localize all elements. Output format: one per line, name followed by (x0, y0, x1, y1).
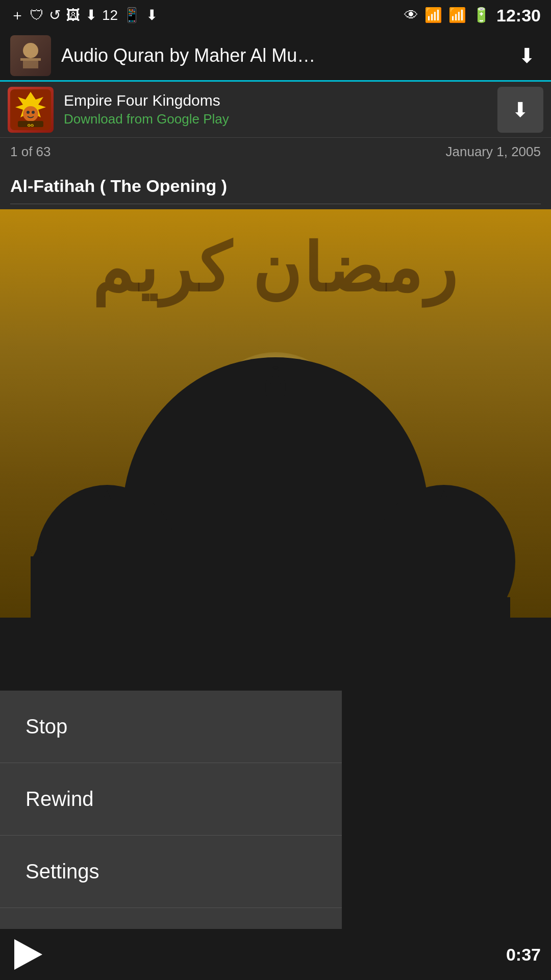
status-left-icons: ＋ 🛡 ↺ 🖼 ⬇ 12 📱 ⬇ (10, 8, 158, 22)
app-header: Audio Quran by Maher Al Mu… ⬇ (0, 31, 551, 82)
svg-point-5 (23, 106, 38, 121)
status-time: 12:30 (496, 6, 541, 26)
svg-rect-1 (20, 58, 41, 61)
wifi-icon: 📶 (424, 8, 442, 22)
menu-item-stop[interactable]: Stop (0, 691, 342, 763)
svg-text:GG: GG (28, 123, 34, 128)
app-icon (10, 35, 51, 76)
play-icon (14, 939, 42, 970)
svg-point-6 (27, 111, 30, 114)
ad-cta-text: Download from Google Play (64, 111, 497, 127)
download2-icon: ⬇ (146, 8, 158, 22)
phone-icon: 📱 (123, 8, 141, 22)
battery-icon: 🔋 (472, 8, 490, 22)
track-counter: 1 of 63 (10, 144, 51, 160)
play-button[interactable] (10, 937, 46, 972)
ad-app-name: Empire Four Kingdoms (64, 92, 497, 109)
svg-rect-24 (337, 597, 510, 638)
svg-rect-2 (23, 61, 38, 68)
ad-banner: GG Empire Four Kingdoms Download from Go… (0, 82, 551, 138)
surah-title: Al-Fatihah ( The Opening ) (10, 176, 541, 196)
arabic-text-overlay: رمضان كريم (0, 230, 551, 307)
svg-point-7 (32, 111, 35, 114)
menu-item-rewind[interactable]: Rewind (0, 763, 342, 836)
menu-rewind-label: Rewind (26, 788, 93, 810)
status-bar: ＋ 🛡 ↺ 🖼 ⬇ 12 📱 ⬇ 👁 📶 📶 🔋 12:30 (0, 0, 551, 31)
mosque-silhouette (0, 311, 551, 669)
shield-icon: 🛡 (30, 8, 44, 22)
refresh-icon: ↺ (49, 8, 61, 22)
app-icon-image (10, 35, 51, 76)
svg-rect-15 (101, 500, 113, 567)
bottom-bar: 0:37 (0, 929, 551, 980)
svg-point-0 (23, 43, 38, 58)
artwork-area: رمضان كريم (0, 209, 551, 669)
add-icon: ＋ (10, 8, 24, 22)
surah-section: Al-Fatihah ( The Opening ) (0, 166, 551, 209)
menu-item-settings[interactable]: Settings (0, 836, 342, 908)
header-download-button[interactable]: ⬇ (513, 39, 541, 72)
number-icon: 12 (102, 8, 118, 22)
menu-stop-label: Stop (26, 715, 67, 738)
ad-app-icon: GG (8, 87, 54, 133)
time-display: 0:37 (506, 945, 541, 965)
surah-divider (10, 204, 541, 204)
track-date: January 1, 2005 (446, 144, 541, 160)
signal-icon: 📶 (448, 8, 466, 22)
image-icon: 🖼 (66, 8, 80, 22)
ad-download-button[interactable]: ⬇ (497, 87, 543, 133)
status-right-icons: 👁 📶 📶 🔋 12:30 (404, 6, 541, 26)
ad-icon-inner: GG (8, 87, 54, 133)
metadata-row: 1 of 63 January 1, 2005 (0, 138, 551, 166)
ad-download-icon: ⬇ (512, 98, 529, 121)
menu-settings-label: Settings (26, 860, 99, 883)
ad-text-container: Empire Four Kingdoms Download from Googl… (64, 92, 497, 127)
svg-rect-23 (41, 597, 214, 638)
eye-icon: 👁 (404, 8, 418, 22)
app-title: Audio Quran by Maher Al Mu… (61, 45, 513, 66)
download-icon: ⬇ (85, 8, 97, 22)
svg-rect-18 (438, 500, 450, 567)
